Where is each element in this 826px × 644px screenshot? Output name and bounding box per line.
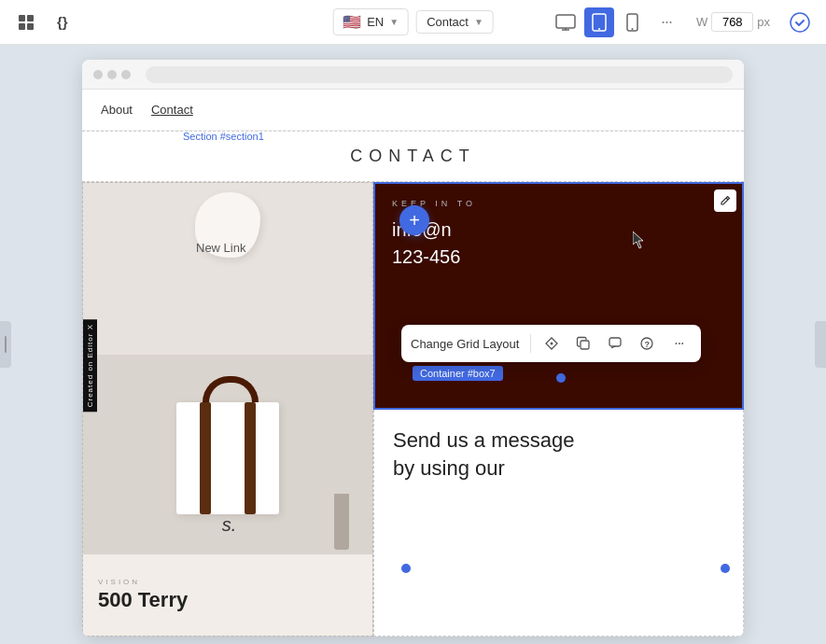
svg-rect-0	[19, 15, 25, 21]
width-unit: px	[757, 15, 770, 29]
svg-rect-18	[609, 338, 621, 346]
brand-mark: s.	[222, 514, 237, 536]
browser-dots	[93, 70, 131, 79]
svg-point-9	[598, 28, 600, 30]
contact-heading-row: CONTACT	[82, 131, 744, 182]
browser-chrome	[82, 60, 744, 90]
dot-2	[107, 70, 117, 79]
nav-about[interactable]: About	[101, 103, 133, 117]
lang-chevron[interactable]: ▼	[389, 17, 399, 27]
code-icon[interactable]: {}	[52, 7, 82, 37]
desktop-button[interactable]	[551, 7, 581, 37]
width-group: W px	[696, 12, 770, 32]
copy-icon-btn[interactable]	[570, 330, 596, 357]
nav-contact[interactable]: Contact	[151, 103, 193, 117]
svg-point-12	[791, 13, 809, 32]
contact-phone: 123-456	[392, 246, 725, 268]
width-input[interactable]	[711, 12, 753, 32]
publish-button[interactable]	[785, 7, 815, 37]
vase	[334, 494, 349, 550]
selection-handle-bottom-right[interactable]	[721, 564, 730, 573]
svg-text:{}: {}	[57, 14, 68, 30]
svg-rect-3	[27, 23, 34, 30]
right-bottom-half: Send us a messageby using our	[373, 410, 744, 637]
vision-area: VISION 500 Terry	[83, 554, 372, 636]
product-sculpture	[186, 192, 270, 267]
selection-handle-top[interactable]	[556, 373, 566, 383]
tote-bag	[176, 376, 279, 514]
page-name: Contact	[427, 15, 469, 29]
selection-handle-bottom-left[interactable]	[401, 564, 411, 573]
svg-line-14	[726, 198, 728, 200]
toolbar-label: Change Grid Layout	[411, 337, 523, 351]
vision-label: VISION	[98, 578, 357, 586]
more-options-btn[interactable]: ···	[665, 330, 692, 357]
site-navigation: About Contact	[82, 90, 744, 131]
language-selector[interactable]: 🇺🇸 EN ▼	[332, 8, 409, 35]
browser-url-bar	[146, 66, 733, 83]
two-col-grid: VISION 500 Terry s. Created on Editor X …	[82, 182, 744, 637]
lang-label: EN	[367, 15, 384, 29]
toolbar-right: ··· W px	[551, 7, 815, 37]
edit-handle[interactable]	[714, 189, 736, 212]
right-column: KEEP IN TO info@n 123-456	[373, 182, 744, 637]
right-panel-handle[interactable]	[815, 321, 826, 368]
page-chevron[interactable]: ▼	[474, 17, 483, 27]
send-message-heading: Send us a messageby using our	[393, 427, 724, 484]
svg-point-16	[551, 343, 553, 345]
add-icon: +	[409, 210, 420, 231]
svg-text:?: ?	[645, 340, 651, 349]
svg-rect-2	[19, 23, 25, 30]
new-link[interactable]: New Link	[196, 241, 245, 255]
device-icons: ···	[551, 7, 681, 37]
tablet-button[interactable]	[584, 7, 614, 37]
container-chip[interactable]: Container #box7	[413, 366, 503, 381]
mobile-button[interactable]	[618, 7, 648, 37]
more-devices-button[interactable]: ···	[651, 7, 681, 37]
svg-rect-5	[556, 15, 575, 28]
svg-rect-17	[581, 341, 589, 349]
dot-3	[121, 70, 131, 79]
dot-1	[93, 70, 103, 79]
comment-icon-btn[interactable]	[602, 330, 628, 357]
contact-email: info@n	[392, 219, 725, 241]
grid-icon[interactable]	[11, 7, 41, 37]
change-grid-toolbar: Change Grid Layout ?	[401, 325, 701, 362]
toolbar-center: 🇺🇸 EN ▼ Contact ▼	[332, 8, 494, 35]
diamond-icon-btn[interactable]	[539, 330, 565, 357]
help-icon-btn[interactable]: ?	[634, 330, 660, 357]
add-element-button[interactable]: +	[399, 205, 429, 235]
width-label: W	[696, 15, 707, 29]
left-panel-handle[interactable]	[0, 321, 11, 368]
contact-heading: CONTACT	[350, 147, 476, 166]
toolbar-divider	[530, 334, 531, 353]
svg-point-11	[632, 28, 634, 30]
page-selector[interactable]: Contact ▼	[416, 10, 494, 34]
canvas-area: About Contact Section #section1 New Link…	[0, 45, 826, 644]
top-toolbar: {} 🇺🇸 EN ▼ Contact ▼	[0, 0, 826, 45]
product-image-area	[83, 183, 372, 355]
vision-number: 500 Terry	[98, 588, 357, 612]
svg-rect-1	[27, 15, 34, 21]
editor-badge: Created on Editor X	[83, 319, 97, 412]
section-label: Section #section1	[183, 131, 264, 142]
keep-in-touch: KEEP IN TO	[392, 199, 725, 208]
